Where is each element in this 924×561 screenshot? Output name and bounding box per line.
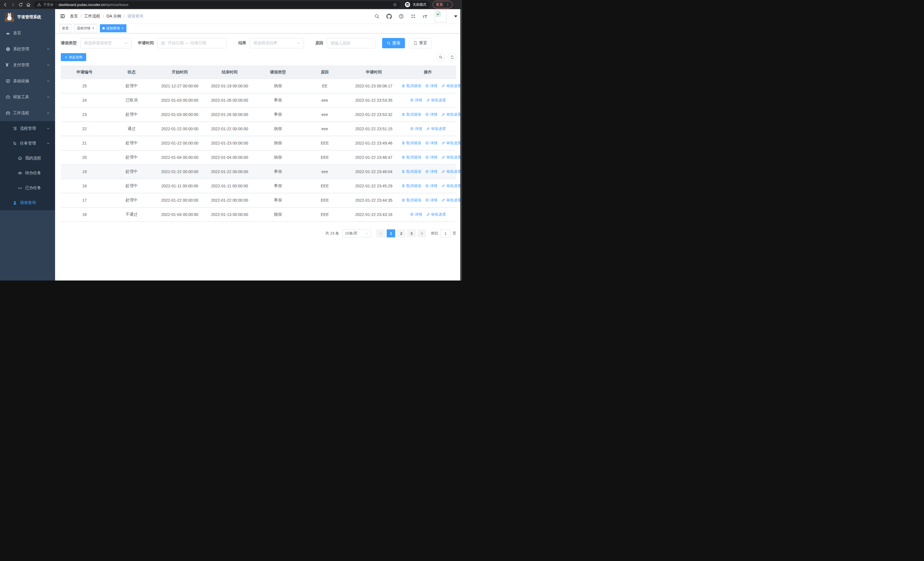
sidebar-item[interactable]: 我的流程: [0, 151, 55, 165]
url-bar[interactable]: 不安全 dashboard.yudao.iocoder.cn/bpm/oa/le…: [34, 1, 400, 8]
prev-page-button[interactable]: [376, 229, 385, 238]
monitor-icon: [6, 79, 10, 83]
action-progress-link[interactable]: 审批进度: [441, 198, 461, 203]
sidebar-item[interactable]: 待办任务: [0, 165, 55, 180]
sidebar-item[interactable]: 任务管理: [0, 136, 55, 151]
page-button-2[interactable]: 2: [397, 229, 405, 238]
apply-time-range-picker[interactable]: 开始日期 - 结束日期: [157, 38, 227, 48]
action-cancel-link[interactable]: 取消请假: [402, 112, 421, 117]
date-start-placeholder: 开始日期: [168, 41, 184, 46]
action-detail-link[interactable]: 详情: [425, 183, 438, 188]
action-cancel-link[interactable]: 取消请假: [402, 198, 421, 203]
sidebar-item[interactable]: 已办任务: [0, 180, 55, 196]
avatar-caret-down-icon[interactable]: [454, 15, 458, 17]
sidebar-item[interactable]: 研发工具: [0, 89, 55, 105]
action-cancel-link[interactable]: 取消请假: [402, 155, 421, 160]
security-label[interactable]: 不安全: [44, 2, 54, 7]
page-button-3[interactable]: 3: [407, 229, 416, 238]
tab-item[interactable]: 首页: [59, 24, 71, 32]
search-button[interactable]: 搜索: [382, 38, 405, 48]
reset-button[interactable]: 重置: [409, 38, 432, 48]
create-leave-button[interactable]: 发起请假: [61, 53, 86, 61]
bookmark-star-icon[interactable]: [393, 2, 397, 7]
breadcrumb-item[interactable]: OA 示例: [106, 14, 121, 19]
action-detail-link[interactable]: 详情: [425, 198, 438, 203]
tab-close-icon[interactable]: ×: [121, 27, 124, 30]
table-row: 24已取消2022-01-03 00:00:002022-01-26 00:00…: [61, 93, 456, 107]
edit-icon: [426, 212, 430, 216]
sidebar-item[interactable]: 请假查询: [0, 196, 55, 210]
action-progress-link[interactable]: 审批进度: [441, 155, 461, 160]
sidebar-item[interactable]: 基础设施: [0, 73, 55, 89]
action-cancel-link[interactable]: 取消请假: [402, 169, 421, 174]
calendar-icon: [161, 41, 165, 45]
sidebar-item-label: 任务管理: [20, 141, 36, 146]
sidebar-item[interactable]: 工作流程: [0, 105, 55, 121]
action-detail-link[interactable]: 详情: [410, 212, 422, 217]
result-select[interactable]: 请选择流结果: [250, 38, 304, 48]
action-progress-link[interactable]: 审批进度: [441, 183, 461, 188]
fullscreen-icon[interactable]: [411, 14, 416, 19]
refresh-icon: [450, 56, 454, 59]
column-header: 结束时间: [205, 65, 255, 79]
browser-menu-icon[interactable]: [446, 3, 450, 7]
refresh-table-button[interactable]: [448, 53, 456, 62]
action-detail-link[interactable]: 详情: [425, 141, 438, 146]
search-icon: [439, 56, 442, 59]
toggle-search-button[interactable]: [436, 53, 445, 62]
action-cancel-link[interactable]: 取消请假: [402, 141, 421, 146]
browser-update-button[interactable]: 更新: [433, 1, 453, 8]
forward-icon[interactable]: [10, 2, 15, 7]
action-detail-link[interactable]: 详情: [425, 155, 438, 160]
page-button-1[interactable]: 1: [387, 229, 395, 238]
header-search-icon[interactable]: [374, 14, 380, 19]
page-size-select[interactable]: 10条/页: [342, 229, 371, 238]
sidebar-item[interactable]: ¥支付管理: [0, 57, 55, 73]
page-scrollbar[interactable]: [460, 9, 462, 281]
back-icon[interactable]: [3, 2, 8, 7]
view-icon: [410, 212, 414, 216]
url-text[interactable]: dashboard.yudao.iocoder.cn/bpm/oa/leave: [58, 3, 128, 7]
action-progress-link[interactable]: 审批进度: [426, 212, 446, 217]
action-detail-link[interactable]: 详情: [425, 169, 438, 174]
tab-item[interactable]: 流程详情×: [74, 24, 97, 32]
action-detail-link[interactable]: 详情: [425, 112, 438, 117]
tab-close-icon[interactable]: ×: [92, 27, 94, 30]
cell-id: 24: [61, 93, 108, 107]
action-cancel-link[interactable]: 取消请假: [402, 183, 421, 188]
sidebar-toggle-icon[interactable]: [60, 14, 65, 19]
action-detail-link[interactable]: 详情: [425, 83, 438, 89]
github-icon[interactable]: [386, 14, 392, 19]
avatar[interactable]: [435, 10, 447, 22]
sidebar-item[interactable]: 流程管理: [0, 121, 55, 136]
action-detail-link[interactable]: 详情: [410, 98, 422, 103]
breadcrumb-item[interactable]: 首页: [70, 14, 78, 19]
leave-type-select[interactable]: 请选择请假类型: [80, 38, 132, 48]
view-icon: [425, 84, 429, 88]
font-size-icon[interactable]: TT: [423, 14, 427, 19]
sidebar-item-label: 支付管理: [13, 63, 29, 68]
help-icon[interactable]: [399, 14, 404, 19]
tab-label: 首页: [62, 26, 69, 31]
next-page-button[interactable]: [417, 229, 426, 238]
reload-icon[interactable]: [18, 2, 23, 7]
action-progress-link[interactable]: 审批进度: [426, 98, 446, 103]
sidebar-item[interactable]: 首页: [0, 25, 55, 41]
action-label: 取消请假: [406, 198, 421, 203]
action-progress-link[interactable]: 审批进度: [441, 169, 461, 174]
action-progress-link[interactable]: 审批进度: [426, 126, 446, 131]
home-icon[interactable]: [26, 2, 31, 7]
tab-active[interactable]: 请假查询×: [100, 24, 126, 32]
goto-page-input[interactable]: [440, 229, 451, 238]
breadcrumb-item[interactable]: 工作流程: [84, 14, 100, 19]
action-cancel-link[interactable]: 取消请假: [402, 83, 421, 89]
pagination: 共 23 条 10条/页 123 前往 页: [61, 229, 456, 238]
action-progress-link[interactable]: 审批进度: [441, 141, 461, 146]
action-detail-link[interactable]: 详情: [410, 126, 422, 131]
action-progress-link[interactable]: 审批进度: [441, 112, 461, 117]
sidebar-item-label: 流程管理: [20, 126, 36, 131]
reason-input[interactable]: [327, 38, 376, 48]
action-progress-link[interactable]: 审批进度: [441, 83, 461, 89]
sidebar-item[interactable]: 系统管理: [0, 41, 55, 57]
app-title: 芋道管理系统: [17, 15, 41, 20]
